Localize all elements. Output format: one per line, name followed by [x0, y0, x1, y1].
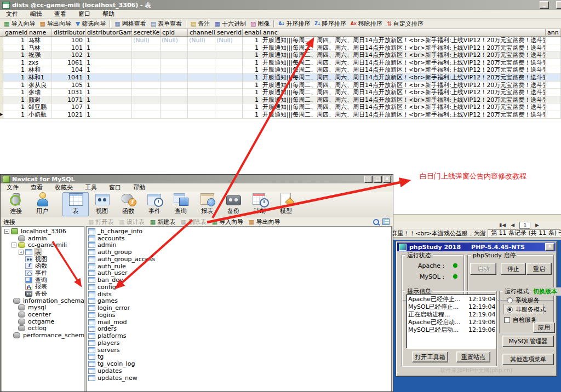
grid-cell[interactable] — [132, 111, 161, 119]
grid-cell[interactable]: 1 — [85, 111, 132, 119]
close-button[interactable]: x — [545, 243, 554, 251]
grid-cell[interactable] — [132, 44, 161, 52]
grid-cell[interactable]: 1 — [243, 96, 261, 104]
close-button[interactable]: x — [383, 176, 391, 183]
grid-cell[interactable]: (Null) — [132, 37, 161, 44]
sort-asc-button[interactable]: A↓升序排序 — [276, 19, 312, 28]
table-row[interactable]: ▶1小奶瓶102111开服通知|||每周二、周四、周六、周日14点开放新区！<b… — [0, 111, 561, 119]
grid-cell[interactable] — [161, 66, 188, 74]
first-record-button[interactable]: ▮◀ — [499, 222, 506, 228]
export-wizard-button[interactable]: ▦导出向导 — [37, 19, 73, 28]
grid-cell[interactable] — [132, 96, 161, 104]
grid-cell[interactable] — [215, 103, 243, 111]
tree-item-octlog[interactable]: octlog — [2, 325, 84, 332]
table-list-item-platforms[interactable]: platforms — [87, 332, 391, 339]
column-header-secretKey[interactable]: secretKey — [132, 29, 161, 37]
tree-item-octgame[interactable]: octgame — [2, 318, 84, 325]
table-list-item-mail_mod[interactable]: mail_mod — [87, 319, 391, 326]
grid-cell[interactable]: 1 — [3, 82, 27, 89]
grid-cell[interactable] — [188, 111, 215, 119]
grid-cell[interactable] — [161, 82, 188, 89]
grid-cell[interactable]: 颜谢 — [27, 96, 52, 104]
next-record-button[interactable]: ▶ — [535, 222, 539, 228]
grid-cell[interactable]: 1 — [243, 89, 261, 96]
grid-cell[interactable]: 张从良 — [27, 82, 52, 89]
grid-cell[interactable]: 1 — [85, 59, 132, 67]
grid-cell[interactable] — [132, 59, 161, 67]
grid-cell[interactable]: 1 — [243, 103, 261, 111]
grid-cell[interactable]: 105 — [52, 82, 85, 89]
grid-cell[interactable]: 1 — [243, 44, 261, 52]
form-view-button[interactable]: ▤表单查看 — [148, 19, 184, 28]
menu-编辑[interactable]: 编辑 — [24, 10, 48, 18]
grid-cell[interactable] — [546, 103, 561, 111]
grid-cell[interactable]: 林和 — [27, 66, 52, 74]
grid-cell[interactable]: 1 — [3, 111, 27, 119]
grid-cell[interactable]: 开服通知|||每周二、周四、周六、周日14点开放新区！<br>新手福利:上线VI… — [261, 44, 546, 52]
grid-cell[interactable]: 1061 — [52, 59, 85, 67]
grid-cell[interactable]: 1 — [3, 37, 27, 44]
restart-button[interactable]: 重启 — [526, 263, 552, 275]
menu-查看[interactable]: 查看 — [48, 10, 72, 18]
table-list-item-auth_rule[interactable]: auth_rule — [87, 263, 391, 270]
grid-cell[interactable] — [546, 44, 561, 52]
grid-cell[interactable]: 1 — [3, 59, 27, 67]
导出向导-button[interactable]: ▦导出向导 — [246, 218, 283, 226]
system-service-radio[interactable] — [507, 297, 513, 303]
grid-cell[interactable] — [161, 74, 188, 82]
grid-cell[interactable] — [215, 111, 243, 119]
grid-cell[interactable]: 1031 — [52, 89, 85, 96]
grid-cell[interactable] — [546, 59, 561, 67]
table-list-item-tg[interactable]: tg — [87, 354, 391, 361]
grid-cell[interactable]: 1 — [243, 59, 261, 67]
grid-cell[interactable]: 林和1 — [27, 74, 52, 82]
import-wizard-button[interactable]: ▦导入向导 — [2, 19, 37, 28]
table-list-item-accounts[interactable]: accounts — [87, 235, 391, 242]
tree-item-备份[interactable]: 备份 — [2, 290, 84, 297]
grid-cell[interactable]: 马林 — [27, 44, 52, 52]
grid-cell[interactable] — [215, 59, 243, 67]
grid-cell[interactable] — [188, 89, 215, 96]
grid-cell[interactable]: 1021 — [52, 111, 85, 119]
grid-cell[interactable] — [132, 74, 161, 82]
table-row[interactable]: 1zxs106111开服通知|||每周二、周四、周六、周日14点开放新区！<br… — [0, 59, 561, 67]
menu-工具[interactable]: 工具 — [79, 183, 103, 192]
tool-model[interactable]: 模型 — [273, 192, 299, 216]
table-row[interactable]: 1颜谢107111开服通知|||每周二、周四、周六、周日14点开放新区！<br>… — [0, 96, 561, 104]
grid-cell[interactable] — [215, 82, 243, 89]
grid-cell[interactable]: 开服通知|||每周二、周四、周六、周日14点开放新区！<br>新手福利:上线VI… — [261, 89, 546, 96]
grid-cell[interactable] — [132, 51, 161, 59]
sort-custom-button[interactable]: ⇅自定义排序 — [385, 19, 426, 28]
apply-button[interactable]: 应用 — [533, 322, 555, 333]
grid-cell[interactable] — [188, 82, 215, 89]
tree-item-mysql[interactable]: mysql — [2, 304, 84, 312]
grid-cell[interactable]: 1 — [3, 74, 27, 82]
tool-schedule[interactable]: 计划 — [247, 192, 273, 216]
navicat-titlebar[interactable]: Navicat for MySQL _□x — [1, 175, 393, 183]
grid-cell[interactable]: 开服通知|||每周二、周四、周六、周日14点开放新区！<br>新手福利:上线VI… — [261, 51, 546, 59]
table-row[interactable]: 1张瑞103111开服通知|||每周二、周四、周六、周日14点开放新区！<br>… — [0, 89, 561, 96]
grid-cell[interactable]: 1 — [85, 96, 132, 104]
menu-文件[interactable]: 文件 — [1, 183, 25, 192]
tool-table[interactable]: 表 — [62, 192, 89, 216]
grid-cell[interactable]: 邹亚鹏 — [27, 103, 52, 111]
grid-cell[interactable]: 小奶瓶 — [27, 111, 52, 119]
grid-cell[interactable] — [215, 66, 243, 74]
tree-item-ocenter[interactable]: ocenter — [2, 311, 84, 318]
tree-expander-icon[interactable]: − — [4, 229, 9, 234]
table-list-item-auth_user[interactable]: auth_user — [87, 270, 391, 277]
grid-cell[interactable] — [546, 74, 561, 82]
tool-view[interactable]: 视图 — [89, 192, 115, 216]
grid-cell[interactable]: 102 — [52, 51, 85, 59]
system-service-radio-row[interactable]: 系统服务 — [507, 296, 540, 304]
table-list-item-updates[interactable]: updates — [87, 367, 391, 374]
grid-cell[interactable]: 张瑞 — [27, 89, 52, 96]
grid-cell[interactable]: 1 — [85, 37, 132, 44]
grid-cell[interactable] — [161, 51, 188, 59]
table-list-item-updates_new[interactable]: updates_new — [87, 374, 391, 382]
grid-cell[interactable]: 1 — [3, 89, 27, 96]
column-header-gameId[interactable]: gameId — [3, 29, 27, 37]
grid-cell[interactable]: 1 — [85, 44, 132, 52]
grid-cell[interactable]: 1 — [243, 82, 261, 89]
table-list-item-login_error[interactable]: login_error — [87, 304, 391, 312]
